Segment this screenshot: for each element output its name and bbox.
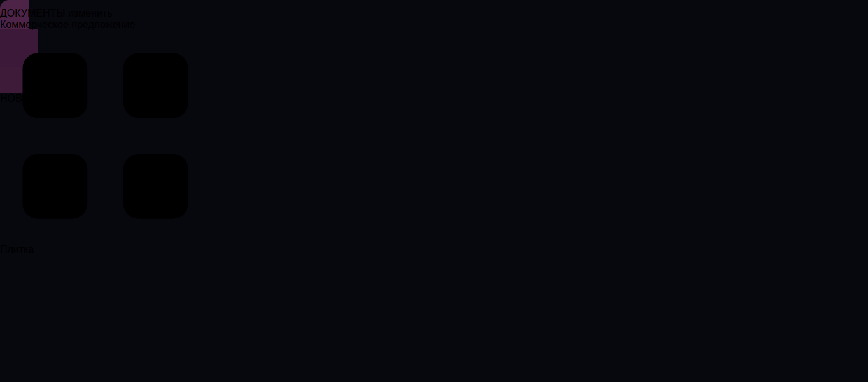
list-icon [0,255,211,382]
section-title: ДОКУМЕНТЫ [0,8,65,18]
grid-icon [0,31,211,241]
edit-section-button[interactable]: изменить [68,8,113,18]
view-tile-button[interactable]: Плитка [0,232,211,255]
app-window: НОВОЕ 2 1 91 [0,0,868,382]
section-header: ДОКУМЕНТЫ изменить [0,8,211,19]
field-label: Коммерческое предложение [0,19,211,31]
documents-section: ДОКУМЕНТЫ изменить Коммерческое предложе… [0,8,211,290]
view-tile-label: Плитка [0,244,34,255]
view-toggle-row: Плитка Список По ширине [0,31,211,382]
